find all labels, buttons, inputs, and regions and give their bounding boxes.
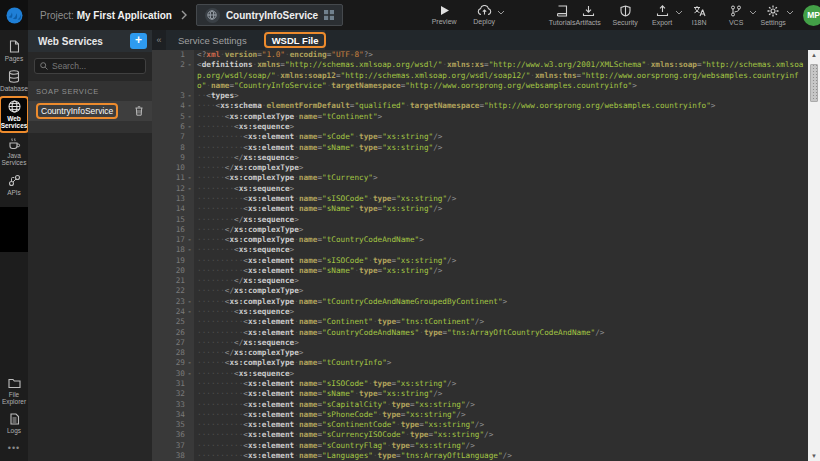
fold-marker[interactable]: - xyxy=(185,184,194,194)
fold-marker[interactable]: - xyxy=(185,60,194,91)
code-text[interactable]: ··········<xs:element·name="sISOCode"·ty… xyxy=(194,194,808,204)
code-line[interactable]: 12-········<xs:sequence> xyxy=(152,184,808,194)
code-text[interactable]: ········</xs:sequence> xyxy=(194,276,808,286)
fold-marker[interactable]: - xyxy=(185,245,194,255)
code-text[interactable]: ··········<xs:element·name="sISOCode"·ty… xyxy=(194,379,808,389)
code-line[interactable]: 13··········<xs:element·name="sISOCode"·… xyxy=(152,194,808,204)
code-text[interactable]: ······<xs:complexType·name="tCurrency"> xyxy=(194,173,808,183)
code-text[interactable]: ··········<xs:element·name="sPhoneCode"·… xyxy=(194,410,808,420)
code-text[interactable]: ······</xs:complexType> xyxy=(194,163,808,173)
fold-marker[interactable]: - xyxy=(185,297,194,307)
fold-marker[interactable]: - xyxy=(185,112,194,122)
code-line[interactable]: 24-········<xs:sequence> xyxy=(152,307,808,317)
code-line[interactable]: 11-······<xs:complexType·name="tCurrency… xyxy=(152,173,808,183)
code-line[interactable]: 23-······<xs:complexType·name="tCountryC… xyxy=(152,297,808,307)
user-avatar[interactable]: MP xyxy=(803,5,820,26)
code-line[interactable]: 9········</xs:sequence> xyxy=(152,153,808,163)
vertical-scrollbar[interactable]: ▲ ▼ xyxy=(808,50,820,461)
code-line[interactable]: 17-······<xs:complexType·name="tCountryC… xyxy=(152,235,808,245)
code-line[interactable]: 5-······<xs:complexType·name="tContinent… xyxy=(152,112,808,122)
export-button[interactable]: Export xyxy=(649,5,675,26)
app-logo[interactable] xyxy=(0,0,28,30)
service-list-item[interactable]: CountryInfoService xyxy=(28,101,152,121)
code-line[interactable]: 38··········<xs:element·name="Languages"… xyxy=(152,451,808,461)
tutorials-button[interactable]: Tutorials xyxy=(549,5,575,26)
code-text[interactable]: ··········<xs:element·name="sCapitalCity… xyxy=(194,400,808,410)
chevron-down-icon[interactable] xyxy=(676,11,682,15)
code-editor[interactable]: 1<?xml·version="1.0"·encoding="UTF-8"?>2… xyxy=(152,50,808,461)
chevron-down-icon[interactable] xyxy=(498,11,504,15)
fold-marker[interactable]: - xyxy=(185,307,194,317)
deploy-button[interactable]: Deploy xyxy=(471,5,497,25)
sidebar-item-pages[interactable]: Pages xyxy=(0,37,28,65)
sidebar-item-java-services[interactable]: Java Services xyxy=(0,134,28,169)
code-line[interactable]: 7··········<xs:element·name="sCode"·type… xyxy=(152,132,808,142)
code-text[interactable]: ········<xs:sequence> xyxy=(194,307,808,317)
code-text[interactable]: ······<xs:complexType·name="tCountryCode… xyxy=(194,297,808,307)
code-text[interactable]: <?xml·version="1.0"·encoding="UTF-8"?> xyxy=(194,50,808,60)
settings-button[interactable]: Settings xyxy=(760,5,786,26)
fold-marker[interactable]: - xyxy=(185,235,194,245)
code-line[interactable]: 19··········<xs:element·name="sISOCode"·… xyxy=(152,256,808,266)
sidebar-item-file-explorer[interactable]: File Explorer xyxy=(0,375,28,408)
code-line[interactable]: 30-········<xs:sequence> xyxy=(152,369,808,379)
code-text[interactable]: ········</xs:sequence> xyxy=(194,215,808,225)
code-line[interactable]: 35··········<xs:element·name="sContinent… xyxy=(152,420,808,430)
code-line[interactable]: 15········</xs:sequence> xyxy=(152,215,808,225)
fold-marker[interactable]: - xyxy=(185,91,194,101)
code-line[interactable]: 29-······<xs:complexType·name="tCountryI… xyxy=(152,358,808,368)
code-text[interactable]: ··········<xs:element·name="sCurrencyISO… xyxy=(194,430,808,440)
code-line[interactable]: 31··········<xs:element·name="sISOCode"·… xyxy=(152,379,808,389)
code-text[interactable]: ········<xs:sequence> xyxy=(194,369,808,379)
code-line[interactable]: 10······</xs:complexType> xyxy=(152,163,808,173)
code-line[interactable]: 16······</xs:complexType> xyxy=(152,225,808,235)
code-line[interactable]: 25··········<xs:element·name="Continent"… xyxy=(152,317,808,327)
chevron-down-icon[interactable] xyxy=(750,11,756,15)
dashboard-grid-icon[interactable] xyxy=(324,10,334,20)
code-line[interactable]: 8··········<xs:element·name="sName"·type… xyxy=(152,143,808,153)
scroll-down-arrow[interactable]: ▼ xyxy=(808,451,820,461)
code-line[interactable]: 6-········<xs:sequence> xyxy=(152,122,808,132)
code-line[interactable]: 2-<definitions·xmlns="http://schemas.xml… xyxy=(152,60,808,91)
service-name[interactable]: CountryInfoService xyxy=(37,104,117,118)
code-line[interactable]: 27········</xs:sequence> xyxy=(152,338,808,348)
code-line[interactable]: 1<?xml·version="1.0"·encoding="UTF-8"?> xyxy=(152,50,808,60)
fold-marker[interactable]: - xyxy=(185,358,194,368)
search-input[interactable] xyxy=(52,61,132,71)
fold-marker[interactable]: - xyxy=(185,101,194,111)
code-line[interactable]: 20··········<xs:element·name="sName"·typ… xyxy=(152,266,808,276)
fold-marker[interactable]: - xyxy=(185,122,194,132)
code-text[interactable]: ··········<xs:element·name="sName"·type=… xyxy=(194,143,808,153)
code-text[interactable]: ········<xs:sequence> xyxy=(194,122,808,132)
sidebar-item-databases[interactable]: Databases xyxy=(0,67,28,95)
code-line[interactable]: 28······</xs:complexType> xyxy=(152,348,808,358)
code-text[interactable]: ········<xs:sequence> xyxy=(194,245,808,255)
sidebar-item-apis[interactable]: APIs xyxy=(0,171,28,199)
code-text[interactable]: ······</xs:complexType> xyxy=(194,286,808,296)
code-line[interactable]: 36··········<xs:element·name="sCurrencyI… xyxy=(152,430,808,440)
code-text[interactable]: ··········<xs:element·name="sName"·type=… xyxy=(194,204,808,214)
code-line[interactable]: 4-····<xs:schema·elementFormDefault="qua… xyxy=(152,101,808,111)
code-line[interactable]: 37··········<xs:element·name="sCountryFl… xyxy=(152,441,808,451)
security-button[interactable]: Security xyxy=(612,5,638,26)
code-text[interactable]: ··········<xs:element·name="sCountryFlag… xyxy=(194,441,808,451)
scroll-up-arrow[interactable]: ▲ xyxy=(808,50,820,60)
tab-service-settings[interactable]: Service Settings xyxy=(166,30,259,50)
scrollbar-thumb[interactable] xyxy=(810,64,818,102)
code-line[interactable]: 14··········<xs:element·name="sName"·typ… xyxy=(152,204,808,214)
code-text[interactable]: ··········<xs:element·name="sName"·type=… xyxy=(194,266,808,276)
code-text[interactable]: <definitions·xmlns="http://schemas.xmlso… xyxy=(194,60,808,91)
vcs-button[interactable]: VCS xyxy=(723,5,749,26)
artifacts-button[interactable]: Artifacts xyxy=(575,5,601,26)
code-text[interactable]: ······</xs:complexType> xyxy=(194,348,808,358)
service-search[interactable] xyxy=(34,58,146,74)
code-line[interactable]: 32··········<xs:element·name="sName"·typ… xyxy=(152,389,808,399)
preview-button[interactable]: Preview xyxy=(431,5,457,25)
code-text[interactable]: ······</xs:complexType> xyxy=(194,225,808,235)
code-text[interactable]: ········</xs:sequence> xyxy=(194,338,808,348)
rail-more-button[interactable]: ••• xyxy=(8,439,20,461)
sidebar-item-web-services[interactable]: Web Services xyxy=(0,97,28,132)
i18n-button[interactable]: I18N xyxy=(686,5,712,26)
code-text[interactable]: ··········<xs:element·name="sContinentCo… xyxy=(194,420,808,430)
fold-marker[interactable]: - xyxy=(185,369,194,379)
